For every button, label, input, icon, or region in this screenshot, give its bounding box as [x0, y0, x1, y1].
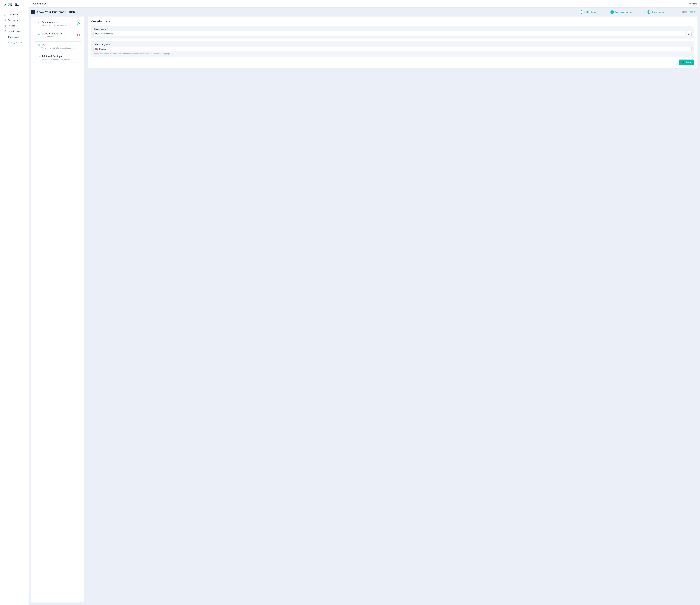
questionnaire-section: Questionnaire * DSS Questionnaries: [91, 26, 204, 39]
feature-desc: Collect information via questionnaire: [42, 24, 76, 26]
users-icon: [4, 19, 6, 21]
feature-desc: Verify via video: [42, 36, 76, 38]
content: ⠿ Questionnaire Collect information via …: [31, 17, 204, 114]
feature-video-verification[interactable]: ⠿ Video Verification Verify via video: [33, 30, 82, 40]
drag-handle-icon[interactable]: ⠿: [35, 46, 36, 47]
subheader: Know Your Customer + OCR Add features 2 …: [29, 7, 204, 17]
journey-title: Know Your Customer + OCR: [36, 10, 75, 14]
page-title: Journey builder: [31, 2, 47, 5]
sidebar: aIDEntix Dashboard Customers Requests Qu…: [0, 0, 29, 114]
svg-rect-2: [4, 15, 5, 16]
questionnaire-select[interactable]: DSS Questionnaries: [94, 31, 204, 36]
translate-icon: [4, 36, 6, 38]
topbar: Journey builder Admin: [29, 0, 204, 7]
grid-icon: [4, 14, 6, 16]
route-icon: [4, 42, 6, 44]
svg-point-16: [39, 22, 39, 22]
feature-desc: Set additional settings for a journey: [42, 58, 80, 60]
language-select[interactable]: English: [94, 47, 204, 52]
sidebar-item-label: Requests: [8, 25, 17, 27]
feature-title-text: Video Verification: [42, 32, 62, 35]
svg-point-4: [5, 20, 5, 20]
sidebar-item-label: Journey builder: [8, 42, 22, 44]
features-panel: ⠿ Questionnaire Collect information via …: [31, 17, 84, 114]
sidebar-item-label: Dashboard: [8, 14, 18, 16]
svg-rect-19: [38, 44, 40, 46]
file-icon: [4, 30, 6, 32]
svg-rect-9: [5, 30, 6, 32]
brand-logo: aIDEntix: [0, 0, 29, 9]
sidebar-item-label: Customers: [8, 19, 18, 21]
svg-line-14: [78, 11, 78, 12]
sidebar-item-dashboard[interactable]: Dashboard: [0, 12, 29, 17]
sidebar-item-label: Translations: [8, 36, 19, 38]
svg-point-17: [39, 33, 39, 34]
select-value: English: [95, 48, 106, 50]
edit-icon[interactable]: [77, 11, 79, 13]
svg-point-11: [6, 42, 6, 42]
drag-handle-icon[interactable]: ⠿: [35, 23, 36, 24]
svg-rect-0: [4, 14, 5, 15]
feature-title-text: Aditional Settings: [42, 55, 62, 58]
svg-point-10: [4, 43, 5, 43]
svg-rect-3: [5, 15, 6, 16]
sidebar-item-customers[interactable]: Customers: [0, 17, 29, 23]
status-error-icon: [77, 34, 80, 36]
sidebar-item-journey-builder[interactable]: Journey builder: [0, 40, 29, 45]
feature-additional-settings[interactable]: ⠿ Aditional Settings Set additional sett…: [33, 53, 82, 63]
language-section: Default Language English Defau: [91, 41, 204, 57]
document-icon: [4, 25, 6, 27]
questionnaire-label: Questionnaire *: [94, 28, 204, 30]
face-scan-icon: [38, 32, 40, 35]
feature-title-text: OCR: [42, 44, 47, 47]
chevron-left-icon: [32, 11, 34, 13]
svg-point-5: [6, 20, 6, 20]
feature-ocr[interactable]: ⠿ OCR Verify authenticity of a personal …: [33, 42, 82, 51]
svg-rect-1: [5, 14, 6, 15]
language-label: Default Language: [94, 43, 204, 46]
uk-flag-icon: [95, 48, 98, 50]
panel-title: Questionnaire: [91, 20, 204, 23]
feature-questionnaire[interactable]: ⠿ Questionnaire Collect information via …: [33, 19, 82, 28]
sidebar-item-requests[interactable]: Requests: [0, 23, 29, 29]
status-ok-icon: [77, 22, 80, 25]
svg-point-23: [39, 56, 40, 57]
config-panel: Questionnaire Questionnaire * DSS Questi…: [88, 17, 204, 68]
select-value: DSS Questionnaries: [95, 33, 113, 35]
id-card-icon: [38, 21, 40, 24]
feature-desc: Verify authenticity of a personal docume…: [42, 47, 80, 49]
sidebar-item-translations[interactable]: Translations: [0, 34, 29, 40]
sidebar-item-label: Questionnaries: [8, 30, 22, 32]
nav: Dashboard Customers Requests Questionnar…: [0, 9, 29, 45]
helper-text: Default language will be applied only if…: [94, 53, 204, 55]
back-button[interactable]: [31, 10, 35, 14]
sidebar-item-questionnaires[interactable]: Questionnaries: [0, 29, 29, 34]
drag-handle-icon[interactable]: ⠿: [35, 34, 36, 35]
feature-title-text: Questionnaire: [42, 21, 58, 24]
ocr-card-icon: [38, 44, 40, 46]
drag-handle-icon[interactable]: ⠿: [35, 57, 36, 58]
gear-icon: [38, 55, 40, 58]
svg-rect-28: [95, 49, 98, 49]
